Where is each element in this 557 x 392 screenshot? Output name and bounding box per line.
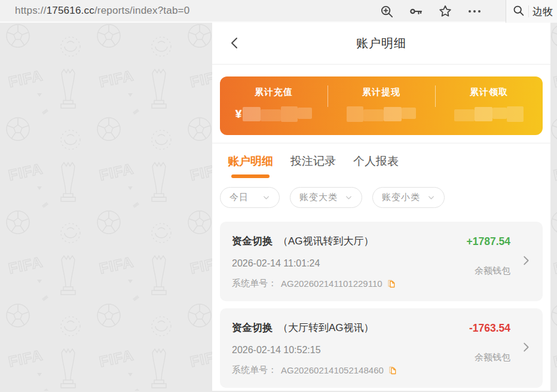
summary-total-collected: 累计领取 <box>435 76 543 135</box>
summary-total-deposit: 累计充值 ¥ <box>220 76 328 135</box>
browser-actions <box>380 0 482 23</box>
tab-bar: 账户明细 投注记录 个人报表 <box>212 143 550 178</box>
transaction-row[interactable]: 资金切换（大厅转到AG视讯） 2026-02-14 10:52:15 系统单号：… <box>220 308 543 388</box>
order-number: AG202602141101229110 <box>281 278 382 289</box>
transaction-row[interactable]: 资金切换（AG视讯转到大厅） 2026-02-14 11:01:24 系统单号：… <box>220 222 543 301</box>
key-icon[interactable] <box>409 4 423 19</box>
panel-header: 账户明细 <box>212 23 550 65</box>
filter-bar: 今日 账变大类 账变小类 <box>220 187 550 208</box>
browser-address-bar: https://175616.cc/reports/index?tab=0 <box>0 0 557 23</box>
tab-betting-records[interactable]: 投注记录 <box>290 154 336 178</box>
chevron-down-icon <box>345 194 353 201</box>
chevron-down-icon <box>427 194 435 201</box>
transaction-amount: -1763.54 <box>469 322 510 335</box>
order-number-label: 系统单号： <box>232 365 277 376</box>
search-icon <box>512 4 525 19</box>
transaction-amount-block: -1763.54 余额钱包 <box>469 322 510 376</box>
summary-divider <box>328 85 328 107</box>
transaction-datetime: 2026-02-14 10:52:15 <box>232 345 469 356</box>
find-query-text: 边牧 <box>532 5 553 19</box>
more-options-icon[interactable] <box>467 8 482 15</box>
major-category-dropdown[interactable]: 账变大类 <box>290 187 362 208</box>
tab-personal-report[interactable]: 个人报表 <box>353 154 399 178</box>
summary-divider <box>435 85 436 107</box>
transaction-info: 资金切换（大厅转到AG视讯） 2026-02-14 10:52:15 系统单号：… <box>232 321 469 376</box>
masked-value <box>454 106 524 122</box>
date-filter-dropdown[interactable]: 今日 <box>220 187 280 208</box>
account-panel: 账户明细 累计充值 ¥ 累计提现 累计领取 <box>212 23 550 391</box>
filter-label: 账变小类 <box>382 192 420 203</box>
transaction-detail: （大厅转到AG视讯） <box>278 322 374 333</box>
transaction-amount: +1787.54 <box>467 235 510 248</box>
transaction-type: 资金切换 <box>232 322 273 333</box>
url-display[interactable]: https://175616.cc/reports/index?tab=0 <box>15 5 189 17</box>
summary-card: 累计充值 ¥ 累计提现 累计领取 <box>220 76 543 135</box>
chevron-right-icon[interactable] <box>519 341 532 356</box>
masked-value <box>347 106 416 122</box>
transaction-detail: （AG视讯转到大厅） <box>278 235 374 247</box>
page-title: 账户明细 <box>356 35 406 51</box>
summary-label: 累计提现 <box>362 87 400 98</box>
wallet-name: 余额钱包 <box>475 265 510 277</box>
tab-label: 账户明细 <box>228 155 273 167</box>
summary-label: 累计充值 <box>255 87 293 98</box>
url-path: /reports/index?tab=0 <box>94 5 189 16</box>
page-content: FIFA <box>0 23 557 391</box>
summary-total-withdrawal: 累计提现 <box>328 76 435 135</box>
tab-account-details[interactable]: 账户明细 <box>228 154 273 178</box>
filter-label: 今日 <box>229 192 249 203</box>
transaction-type: 资金切换 <box>232 235 273 247</box>
url-domain: 175616.cc <box>47 5 94 16</box>
order-number-label: 系统单号： <box>232 278 277 289</box>
filter-label: 账变大类 <box>299 192 338 203</box>
bookmark-star-icon[interactable] <box>438 4 452 19</box>
tab-label: 个人报表 <box>353 155 399 167</box>
transaction-amount-block: +1787.54 余额钱包 <box>467 235 510 289</box>
active-tab-indicator <box>231 174 270 178</box>
chevron-right-icon[interactable] <box>519 254 532 270</box>
page: https://175616.cc/reports/index?tab=0 <box>0 0 557 392</box>
masked-value: ¥ <box>235 106 313 122</box>
transaction-datetime: 2026-02-14 11:01:24 <box>232 258 467 269</box>
copy-icon[interactable] <box>388 365 397 375</box>
copy-icon[interactable] <box>387 278 396 289</box>
tab-label: 投注记录 <box>290 155 336 167</box>
chevron-down-icon <box>262 194 270 201</box>
wallet-name: 余额钱包 <box>475 352 510 363</box>
find-in-page-box[interactable]: 边牧 <box>506 0 557 23</box>
summary-label: 累计领取 <box>470 87 508 98</box>
url-prefix: https:// <box>15 5 47 16</box>
find-divider <box>528 5 529 17</box>
order-number: AG202602141052148460 <box>281 365 384 375</box>
zoom-in-icon[interactable] <box>380 5 394 19</box>
transaction-list: 资金切换（AG视讯转到大厅） 2026-02-14 11:01:24 系统单号：… <box>212 222 550 388</box>
minor-category-dropdown[interactable]: 账变小类 <box>372 187 445 208</box>
currency-symbol: ¥ <box>235 108 242 121</box>
transaction-info: 资金切换（AG视讯转到大厅） 2026-02-14 11:01:24 系统单号：… <box>232 234 467 289</box>
back-icon[interactable] <box>228 36 242 53</box>
